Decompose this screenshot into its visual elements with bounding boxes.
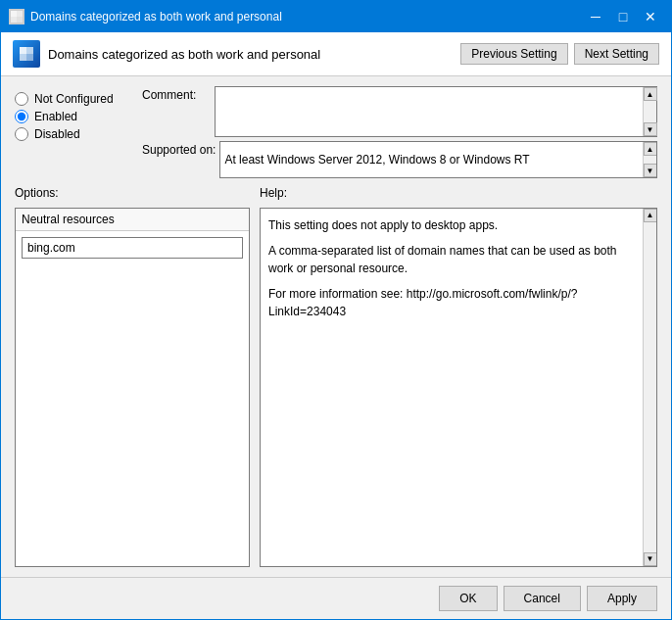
main-window: Domains categorized as both work and per…	[0, 0, 672, 620]
not-configured-label[interactable]: Not Configured	[34, 92, 114, 106]
svg-rect-2	[11, 17, 17, 23]
svg-rect-6	[20, 54, 26, 61]
previous-setting-button[interactable]: Previous Setting	[460, 43, 567, 65]
help-scroll-up[interactable]: ▲	[644, 209, 657, 222]
title-bar-left: Domains categorized as both work and per…	[9, 9, 282, 24]
close-button[interactable]: ✕	[638, 7, 663, 26]
not-configured-radio[interactable]	[15, 92, 28, 106]
help-scrollbar: ▲ ▼	[643, 209, 656, 566]
comment-scroll-up[interactable]: ▲	[644, 87, 657, 101]
footer: OK Cancel Apply	[1, 577, 671, 619]
next-setting-button[interactable]: Next Setting	[574, 43, 659, 65]
title-bar-text: Domains categorized as both work and per…	[30, 10, 282, 24]
supported-scroll-up[interactable]: ▲	[644, 142, 657, 156]
not-configured-row: Not Configured	[15, 92, 132, 106]
svg-rect-1	[17, 11, 23, 17]
supported-scroll-down[interactable]: ▼	[644, 164, 657, 177]
help-text-1: This setting does not apply to desktop a…	[268, 216, 637, 234]
apply-button[interactable]: Apply	[587, 586, 657, 611]
help-panel: This setting does not apply to desktop a…	[260, 208, 657, 567]
help-scroll-down[interactable]: ▼	[644, 552, 657, 566]
disabled-label[interactable]: Disabled	[34, 127, 80, 141]
svg-rect-3	[17, 17, 23, 23]
supported-row: Supported on: At least Windows Server 20…	[142, 141, 657, 178]
comment-area: ▲ ▼	[215, 86, 657, 137]
options-panel-header: Neutral resources	[16, 209, 249, 231]
svg-rect-0	[11, 11, 17, 17]
title-bar: Domains categorized as both work and per…	[1, 1, 671, 32]
radio-group: Not Configured Enabled Disabled	[15, 86, 132, 178]
help-label: Help:	[260, 186, 287, 200]
content-area: Not Configured Enabled Disabled Comment:	[1, 76, 671, 577]
options-panel: Neutral resources	[15, 208, 250, 567]
svg-rect-4	[20, 47, 26, 54]
enabled-radio[interactable]	[15, 110, 28, 123]
comment-scrollbar: ▲ ▼	[643, 87, 656, 136]
panels-row: Neutral resources This setting does not …	[15, 208, 657, 567]
minimize-button[interactable]: ─	[583, 7, 608, 26]
window-icon	[9, 9, 24, 24]
neutral-resources-input[interactable]	[22, 237, 243, 259]
cancel-button[interactable]: Cancel	[504, 586, 581, 611]
title-bar-controls: ─ □ ✕	[583, 7, 663, 26]
comment-row: Comment: ▲ ▼	[142, 86, 657, 137]
svg-rect-5	[26, 47, 33, 54]
header-icon	[13, 40, 40, 68]
maximize-button[interactable]: □	[610, 7, 636, 26]
supported-value: At least Windows Server 2012, Windows 8 …	[224, 153, 529, 167]
comment-label: Comment:	[142, 86, 211, 102]
comment-scroll-down[interactable]: ▼	[644, 122, 657, 136]
comment-textarea[interactable]	[216, 87, 643, 136]
options-label: Options:	[15, 186, 250, 200]
ok-button[interactable]: OK	[439, 586, 497, 611]
section-labels: Options: Help:	[15, 186, 657, 200]
dialog-title: Domains categorized as both work and per…	[48, 47, 320, 62]
top-section: Not Configured Enabled Disabled Comment:	[15, 86, 657, 178]
enabled-row: Enabled	[15, 110, 132, 123]
help-text-2: A comma-separated list of domain names t…	[268, 242, 637, 277]
options-panel-input-area	[16, 231, 249, 264]
disabled-radio[interactable]	[15, 127, 28, 141]
enabled-label[interactable]: Enabled	[34, 110, 77, 123]
disabled-row: Disabled	[15, 127, 132, 141]
supported-scrollbar: ▲ ▼	[643, 142, 656, 177]
supported-label: Supported on:	[142, 141, 216, 157]
right-fields: Comment: ▲ ▼ Supported on: At least Wind…	[142, 86, 657, 178]
header-buttons: Previous Setting Next Setting	[460, 43, 659, 65]
header-left: Domains categorized as both work and per…	[13, 40, 320, 68]
help-text-3: For more information see: http://go.micr…	[268, 285, 637, 320]
header-bar: Domains categorized as both work and per…	[1, 32, 671, 76]
svg-rect-7	[26, 54, 33, 61]
